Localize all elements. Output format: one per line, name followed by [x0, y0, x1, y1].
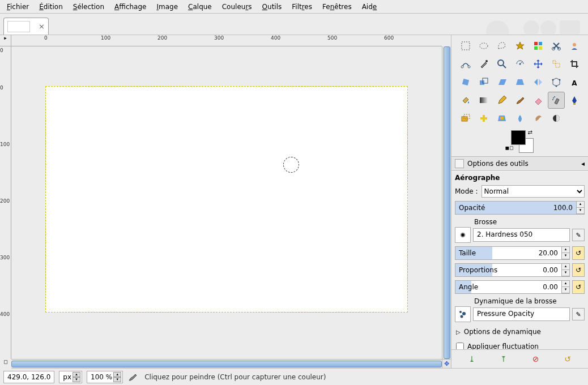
brush-preview[interactable]: [455, 227, 471, 243]
svg-line-17: [503, 65, 506, 68]
brush-edit-icon[interactable]: ✎: [572, 229, 585, 241]
horizontal-scrollbar[interactable]: [11, 359, 442, 368]
opacity-down[interactable]: ▾: [576, 208, 584, 214]
canvas-viewport[interactable]: [11, 46, 442, 359]
tool-perspective[interactable]: [512, 74, 529, 91]
swap-colors-icon[interactable]: ⇄: [528, 129, 532, 135]
mode-select[interactable]: Normal: [482, 185, 585, 198]
brush-name-field[interactable]: 2. Hardness 050: [473, 228, 570, 242]
quick-mask-toggle[interactable]: ◻: [0, 359, 11, 370]
angle-slider[interactable]: Angle0.00 ▴▾: [455, 280, 570, 294]
menu-filtres[interactable]: Filtres: [287, 1, 317, 12]
opacity-slider[interactable]: Opacité100.0 ▴▾: [455, 201, 585, 215]
tool-bucket-fill[interactable]: [457, 92, 474, 109]
tool-rotate[interactable]: [457, 74, 474, 91]
tool-perspective-clone[interactable]: [493, 110, 510, 127]
size-reset-icon[interactable]: ↺: [572, 246, 585, 260]
tool-dodge-burn[interactable]: [548, 110, 565, 127]
tool-paintbrush[interactable]: [512, 92, 529, 109]
menu-outils[interactable]: Outils: [258, 1, 287, 12]
tool-pencil[interactable]: [493, 92, 510, 109]
canvas-area: ▸ 0 100 200 300 400 500 600 0 0 100 200 …: [0, 35, 451, 368]
tool-move[interactable]: [530, 55, 547, 72]
svg-rect-3: [560, 20, 580, 34]
unit-select[interactable]: px▴▾: [59, 371, 82, 383]
ratio-reset-icon[interactable]: ↺: [572, 263, 585, 277]
foreground-color[interactable]: [511, 130, 526, 145]
tool-airbrush[interactable]: [548, 92, 565, 109]
menu-aide[interactable]: Aide: [357, 1, 382, 12]
tool-cage[interactable]: [548, 74, 565, 91]
tool-options-tab[interactable]: Options des outils ◂: [451, 156, 588, 171]
tool-flip[interactable]: [530, 74, 547, 91]
restore-preset-icon[interactable]: ⤒: [498, 353, 509, 365]
close-icon[interactable]: ×: [39, 22, 45, 31]
menu-fenetres[interactable]: Fenêtres: [318, 1, 356, 12]
brush-label: Brosse: [474, 218, 585, 226]
svg-rect-21: [556, 63, 560, 67]
menu-selection[interactable]: Sélection: [69, 1, 109, 12]
tool-by-color-select[interactable]: [530, 37, 547, 54]
tool-shear[interactable]: [493, 74, 510, 91]
canvas[interactable]: [45, 86, 408, 313]
tool-clone[interactable]: [457, 110, 474, 127]
tool-ellipse-select[interactable]: [475, 37, 492, 54]
svg-point-5: [480, 43, 488, 49]
tool-heal[interactable]: [475, 110, 492, 127]
tool-eraser[interactable]: [530, 92, 547, 109]
panel-menu-icon[interactable]: ◂: [581, 160, 585, 168]
svg-point-26: [559, 79, 560, 81]
ruler-horizontal[interactable]: 0 100 200 300 400 500 600: [11, 35, 442, 46]
ratio-slider[interactable]: Proportions0.00 ▴▾: [455, 263, 570, 277]
default-colors-icon[interactable]: ◼◻: [505, 145, 514, 151]
tool-crop[interactable]: [566, 55, 583, 72]
save-preset-icon[interactable]: ⤓: [466, 353, 478, 365]
jitter-checkbox[interactable]: [456, 343, 464, 349]
options-footer: ⤓ ⤒ ⊘ ↺: [451, 349, 588, 368]
ruler-origin[interactable]: ▸: [0, 35, 11, 46]
tool-paths[interactable]: [457, 55, 474, 72]
angle-reset-icon[interactable]: ↺: [572, 280, 585, 294]
zoom-select[interactable]: 100 %▴▾: [87, 371, 123, 383]
ruler-vertical[interactable]: 0 0 100 200 300 400: [0, 46, 11, 359]
svg-rect-8: [534, 46, 538, 50]
dynamics-name-field[interactable]: Pressure Opacity: [473, 307, 570, 321]
image-tab[interactable]: ×: [3, 18, 49, 35]
delete-preset-icon[interactable]: ⊘: [530, 353, 542, 365]
tool-smudge[interactable]: [530, 110, 547, 127]
tool-free-select[interactable]: [493, 37, 510, 54]
dynamics-options-expander[interactable]: ▷ Options de dynamique: [455, 326, 585, 338]
menu-fichier[interactable]: Fichier: [2, 1, 33, 12]
tool-zoom[interactable]: [493, 55, 510, 72]
opacity-up[interactable]: ▴: [576, 202, 584, 208]
tool-scissors[interactable]: [548, 37, 565, 54]
svg-point-40: [459, 311, 462, 313]
tool-color-picker[interactable]: [475, 55, 492, 72]
tool-rect-select[interactable]: [457, 37, 474, 54]
tool-scale[interactable]: [475, 74, 492, 91]
tool-blur[interactable]: [512, 110, 529, 127]
tool-fuzzy-select[interactable]: [512, 37, 529, 54]
navigation-icon[interactable]: ✥: [442, 359, 451, 368]
tool-measure[interactable]: [512, 55, 529, 72]
dynamics-edit-icon[interactable]: ✎: [572, 308, 585, 320]
tool-align[interactable]: [548, 55, 565, 72]
menubar: Fichier Édition Sélection Affichage Imag…: [0, 0, 588, 14]
tool-name-label: Aérographe: [455, 174, 585, 182]
size-slider[interactable]: Taille20.00 ▴▾: [455, 246, 570, 260]
tool-foreground-select[interactable]: [566, 37, 583, 54]
vertical-scrollbar[interactable]: [442, 46, 451, 359]
svg-point-19: [519, 63, 521, 65]
menu-edition[interactable]: Édition: [35, 1, 67, 12]
svg-text:A: A: [572, 79, 577, 87]
tool-blend[interactable]: [475, 92, 492, 109]
menu-couleurs[interactable]: Couleurs: [218, 1, 257, 12]
menu-affichage[interactable]: Affichage: [110, 1, 151, 12]
dynamics-preview[interactable]: [455, 306, 471, 322]
menu-calque[interactable]: Calque: [184, 1, 216, 12]
svg-rect-7: [539, 42, 542, 45]
reset-tool-icon[interactable]: ↺: [562, 353, 573, 365]
menu-image[interactable]: Image: [152, 1, 182, 12]
tool-ink[interactable]: [566, 92, 583, 109]
tool-text[interactable]: A: [566, 74, 583, 91]
